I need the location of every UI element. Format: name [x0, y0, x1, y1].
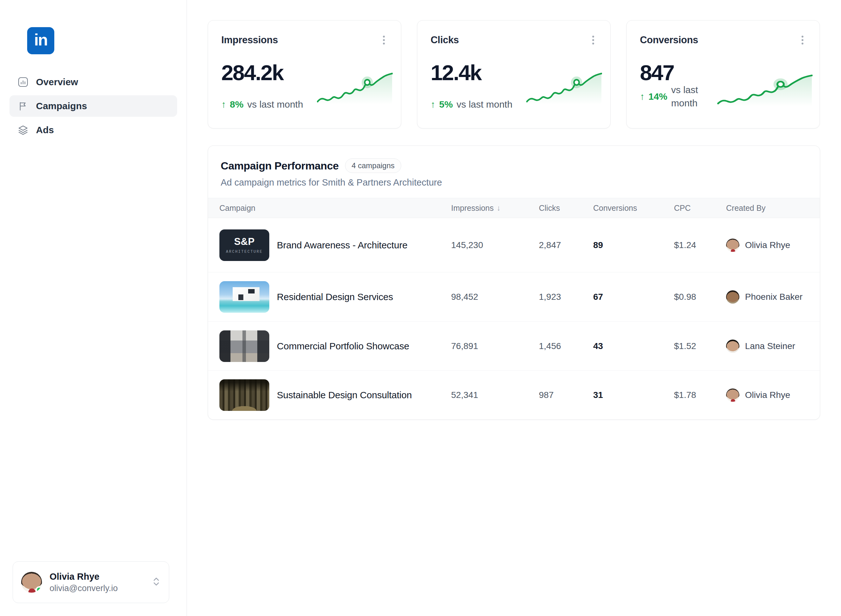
- user-profile-card[interactable]: Olivia Rhye olivia@converly.io: [13, 562, 169, 603]
- stat-delta: ↑ 8% vs last month: [221, 99, 303, 110]
- delta-percent: 5%: [439, 99, 453, 110]
- campaign-name: Residential Design Services: [277, 292, 393, 302]
- column-header-impressions[interactable]: Impressions ↓: [451, 204, 539, 213]
- sidebar-item-campaigns[interactable]: Campaigns: [9, 95, 177, 117]
- conversions-value: 31: [593, 390, 674, 400]
- column-header-cpc[interactable]: CPC: [674, 204, 726, 213]
- impressions-value: 52,341: [451, 390, 539, 400]
- sparkline-chart: [717, 73, 813, 110]
- campaign-name: Sustainable Design Consultation: [277, 390, 412, 400]
- linkedin-logo: in: [27, 27, 54, 54]
- linkedin-logo-text: in: [34, 30, 47, 49]
- campaign-name: Brand Awareness - Architecture: [277, 240, 408, 251]
- sidebar: in Overview Campaigns Ads: [0, 0, 187, 616]
- delta-caption: vs last month: [671, 83, 713, 110]
- campaign-count-badge: 4 campaigns: [345, 158, 401, 173]
- stat-cards-row: Impressions 284.2k ↑ 8% vs last month: [208, 20, 841, 128]
- campaign-thumbnail-house-photo: [219, 281, 269, 313]
- delta-percent: 14%: [649, 91, 667, 102]
- created-by-cell: Olivia Rhye: [726, 239, 809, 252]
- stat-title: Conversions: [640, 34, 806, 46]
- clicks-value: 1,456: [539, 341, 593, 351]
- creator-name: Olivia Rhye: [745, 390, 790, 400]
- layers-icon: [18, 125, 28, 135]
- stat-card-conversions: Conversions 847 ↑ 14% vs last month: [626, 20, 820, 128]
- sidebar-item-label: Campaigns: [36, 101, 87, 111]
- table-row[interactable]: Sustainable Design Consultation 52,341 9…: [208, 371, 820, 419]
- created-by-cell: Phoenix Baker: [726, 290, 809, 304]
- thumbnail-logo-subtext: ARCHITECTURE: [226, 249, 263, 254]
- sidebar-item-label: Ads: [36, 125, 54, 135]
- campaign-name: Commercial Portfolio Showcase: [277, 341, 409, 352]
- table-row[interactable]: S&P ARCHITECTURE Brand Awareness - Archi…: [208, 218, 820, 272]
- delta-percent: 8%: [230, 99, 244, 110]
- chevron-up-down-icon: [152, 576, 161, 588]
- creator-name: Olivia Rhye: [745, 240, 790, 250]
- stat-delta: ↑ 14% vs last month: [640, 83, 713, 110]
- online-status-dot: [36, 586, 42, 593]
- cpc-value: $1.78: [674, 390, 726, 400]
- user-email: olivia@converly.io: [50, 584, 118, 593]
- trend-up-icon: ↑: [221, 99, 226, 110]
- conversions-value: 89: [593, 240, 674, 250]
- column-header-campaign[interactable]: Campaign: [219, 204, 451, 213]
- table-header: Campaign Performance 4 campaigns Ad camp…: [208, 146, 820, 198]
- clicks-value: 2,847: [539, 240, 593, 250]
- sidebar-item-overview[interactable]: Overview: [9, 71, 177, 93]
- campaign-thumbnail-forest-photo: [219, 379, 269, 411]
- avatar: [726, 389, 739, 402]
- app-window: in Overview Campaigns Ads: [0, 0, 841, 616]
- user-info: Olivia Rhye olivia@converly.io: [50, 572, 118, 593]
- trend-up-icon: ↑: [431, 99, 435, 110]
- column-header-conversions[interactable]: Conversions: [593, 204, 674, 213]
- sidebar-nav: Overview Campaigns Ads: [9, 71, 177, 141]
- creator-name: Lana Steiner: [745, 341, 795, 351]
- sidebar-item-ads[interactable]: Ads: [9, 119, 177, 141]
- table-title: Campaign Performance: [221, 160, 339, 172]
- clicks-value: 1,923: [539, 292, 593, 302]
- thumbnail-logo-text: S&P: [234, 236, 254, 248]
- table-row[interactable]: Residential Design Services 98,452 1,923…: [208, 272, 820, 321]
- sparkline-chart: [317, 72, 393, 108]
- campaign-performance-card: Campaign Performance 4 campaigns Ad camp…: [208, 145, 820, 420]
- conversions-value: 67: [593, 292, 674, 302]
- delta-caption: vs last month: [456, 99, 512, 110]
- cpc-value: $0.98: [674, 292, 726, 302]
- conversions-value: 43: [593, 341, 674, 351]
- sort-desc-icon: ↓: [497, 204, 501, 213]
- avatar: [21, 572, 42, 593]
- campaign-thumbnail-interior-photo: [219, 330, 269, 362]
- avatar: [726, 340, 739, 353]
- campaign-cell: Commercial Portfolio Showcase: [219, 330, 451, 362]
- stat-card-impressions: Impressions 284.2k ↑ 8% vs last month: [208, 20, 401, 128]
- created-by-cell: Olivia Rhye: [726, 389, 809, 402]
- stat-title: Clicks: [431, 34, 597, 46]
- more-options-icon[interactable]: [795, 31, 810, 49]
- stat-delta: ↑ 5% vs last month: [431, 99, 512, 110]
- created-by-cell: Lana Steiner: [726, 340, 809, 353]
- impressions-value: 98,452: [451, 292, 539, 302]
- campaign-cell: S&P ARCHITECTURE Brand Awareness - Archi…: [219, 229, 451, 261]
- impressions-value: 76,891: [451, 341, 539, 351]
- more-options-icon[interactable]: [376, 31, 392, 49]
- campaign-cell: Residential Design Services: [219, 281, 451, 313]
- table-column-headers: Campaign Impressions ↓ Clicks Conversion…: [208, 198, 820, 218]
- table-row[interactable]: Commercial Portfolio Showcase 76,891 1,4…: [208, 321, 820, 371]
- impressions-value: 145,230: [451, 240, 539, 250]
- campaign-cell: Sustainable Design Consultation: [219, 379, 451, 411]
- column-header-clicks[interactable]: Clicks: [539, 204, 593, 213]
- more-options-icon[interactable]: [586, 31, 601, 49]
- column-header-created-by[interactable]: Created By: [726, 204, 809, 213]
- stat-title: Impressions: [221, 34, 387, 46]
- bar-chart-icon: [18, 77, 28, 87]
- campaign-thumbnail-sp-logo: S&P ARCHITECTURE: [219, 229, 269, 261]
- delta-caption: vs last month: [247, 99, 303, 110]
- flag-icon: [18, 101, 28, 111]
- avatar: [726, 239, 739, 252]
- clicks-value: 987: [539, 390, 593, 400]
- sidebar-item-label: Overview: [36, 77, 78, 87]
- stat-card-clicks: Clicks 12.4k ↑ 5% vs last month: [417, 20, 611, 128]
- sparkline-chart: [526, 72, 602, 108]
- creator-name: Phoenix Baker: [745, 292, 803, 302]
- cpc-value: $1.24: [674, 240, 726, 250]
